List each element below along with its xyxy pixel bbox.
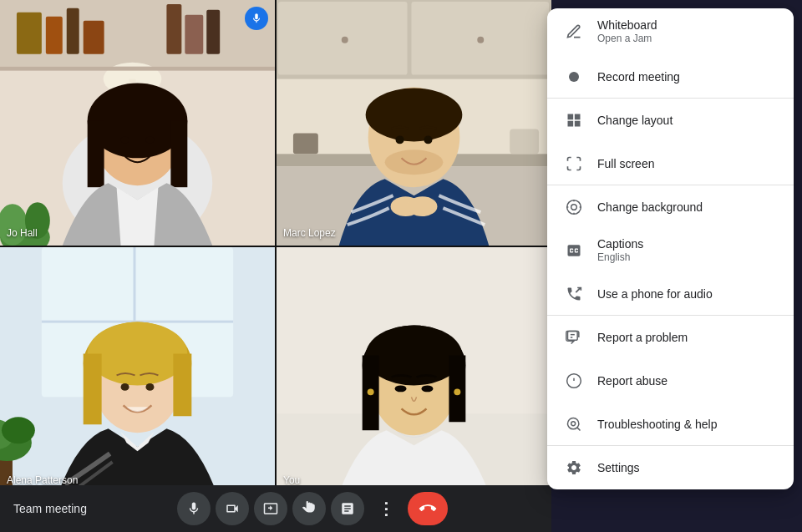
svg-point-64 <box>454 388 460 395</box>
captions-icon <box>564 241 584 261</box>
svg-point-27 <box>477 37 484 43</box>
raise-hand-button[interactable] <box>292 492 326 525</box>
svg-rect-16 <box>170 120 187 187</box>
record-icon <box>564 67 584 87</box>
meeting-toolbar: Team meeting ⋮ <box>0 485 551 532</box>
svg-point-53 <box>2 417 35 443</box>
svg-point-33 <box>366 89 463 142</box>
captions-label: Captions <box>597 236 643 251</box>
settings-label: Settings <box>597 461 640 474</box>
svg-rect-4 <box>67 8 79 54</box>
whiteboard-icon <box>564 22 584 42</box>
svg-rect-47 <box>173 354 191 417</box>
report-problem-icon <box>564 327 584 347</box>
svg-rect-7 <box>185 15 203 54</box>
video-cell-marc: Marc Lopez <box>277 0 551 246</box>
menu-item-report-problem[interactable]: Report a problem <box>547 316 794 359</box>
activities-button[interactable] <box>331 492 364 525</box>
svg-point-61 <box>395 385 407 392</box>
settings-icon <box>564 458 584 478</box>
captions-sublabel: English <box>597 251 643 265</box>
participant-label-you: You <box>283 474 300 486</box>
report-abuse-label: Report abuse <box>597 374 667 388</box>
meeting-name: Team meeting <box>13 502 87 515</box>
troubleshoot-icon <box>564 414 584 434</box>
participant-label-marc: Marc Lopez <box>283 227 336 239</box>
report-problem-label: Report a problem <box>597 331 688 344</box>
record-label: Record meeting <box>597 70 680 84</box>
svg-point-35 <box>396 135 404 144</box>
menu-item-settings[interactable]: Settings <box>547 446 794 489</box>
whiteboard-sublabel: Open a Jam <box>597 33 657 46</box>
svg-rect-11 <box>0 67 275 71</box>
participant-label-alena: Alena Patterson <box>7 474 78 486</box>
svg-rect-15 <box>88 120 104 187</box>
mic-button[interactable] <box>177 492 211 525</box>
menu-item-whiteboard[interactable]: Whiteboard Open a Jam <box>547 8 794 55</box>
svg-point-17 <box>121 136 129 143</box>
phone-audio-icon <box>564 284 584 304</box>
svg-rect-31 <box>510 129 539 154</box>
svg-point-48 <box>121 383 129 391</box>
change-bg-label: Change background <box>597 200 703 214</box>
whiteboard-text: Whiteboard Open a Jam <box>597 18 657 46</box>
svg-point-18 <box>145 136 154 143</box>
whiteboard-label: Whiteboard <box>597 18 657 33</box>
svg-rect-46 <box>84 354 102 425</box>
svg-rect-30 <box>293 133 318 154</box>
menu-item-change-layout[interactable]: Change layout <box>547 99 794 142</box>
menu-item-phone-audio[interactable]: Use a phone for audio <box>547 272 794 316</box>
video-cell-you: You <box>277 247 551 493</box>
svg-point-65 <box>569 72 579 82</box>
menu-item-change-bg[interactable]: Change background <box>547 185 794 229</box>
video-cell-jo-hall: Jo Hall <box>0 0 275 246</box>
captions-text: Captions English <box>597 236 643 265</box>
svg-point-36 <box>424 135 432 144</box>
menu-item-report-abuse[interactable]: Report abuse <box>547 359 794 403</box>
change-layout-label: Change layout <box>597 114 673 127</box>
svg-rect-8 <box>206 10 220 54</box>
svg-rect-3 <box>46 17 63 54</box>
menu-item-fullscreen[interactable]: Full screen <box>547 142 794 185</box>
svg-point-58 <box>366 326 463 386</box>
end-call-button[interactable] <box>408 492 448 525</box>
more-options-menu: Whiteboard Open a Jam Record meeting Cha… <box>547 8 794 489</box>
svg-point-45 <box>88 322 188 386</box>
change-layout-icon <box>564 110 584 130</box>
svg-point-26 <box>342 37 348 43</box>
svg-point-34 <box>385 149 444 175</box>
report-abuse-icon <box>564 371 584 391</box>
svg-rect-70 <box>568 332 578 341</box>
active-speaker-indicator <box>245 7 268 30</box>
participant-label: Jo Hall <box>7 227 38 239</box>
svg-rect-6 <box>166 4 181 54</box>
change-bg-icon <box>564 197 584 217</box>
menu-item-record[interactable]: Record meeting <box>547 55 794 99</box>
svg-point-38 <box>408 196 438 216</box>
menu-item-troubleshoot[interactable]: Troubleshooting & help <box>547 403 794 446</box>
svg-rect-2 <box>17 13 42 54</box>
fullscreen-icon <box>564 154 584 174</box>
more-options-button[interactable]: ⋮ <box>369 492 403 525</box>
svg-point-63 <box>368 388 374 395</box>
svg-rect-5 <box>84 21 104 54</box>
video-grid: Jo Hall <box>0 0 551 493</box>
svg-point-76 <box>568 418 579 428</box>
present-button[interactable] <box>254 492 287 525</box>
troubleshoot-label: Troubleshooting & help <box>597 418 717 431</box>
fullscreen-label: Full screen <box>597 157 654 170</box>
svg-point-77 <box>571 421 576 425</box>
video-cell-alena: Alena Patterson <box>0 247 275 493</box>
camera-button[interactable] <box>216 492 249 525</box>
phone-audio-label: Use a phone for audio <box>597 287 713 301</box>
svg-point-62 <box>421 385 433 392</box>
svg-point-49 <box>145 383 154 391</box>
menu-item-captions[interactable]: Captions English <box>547 229 794 272</box>
